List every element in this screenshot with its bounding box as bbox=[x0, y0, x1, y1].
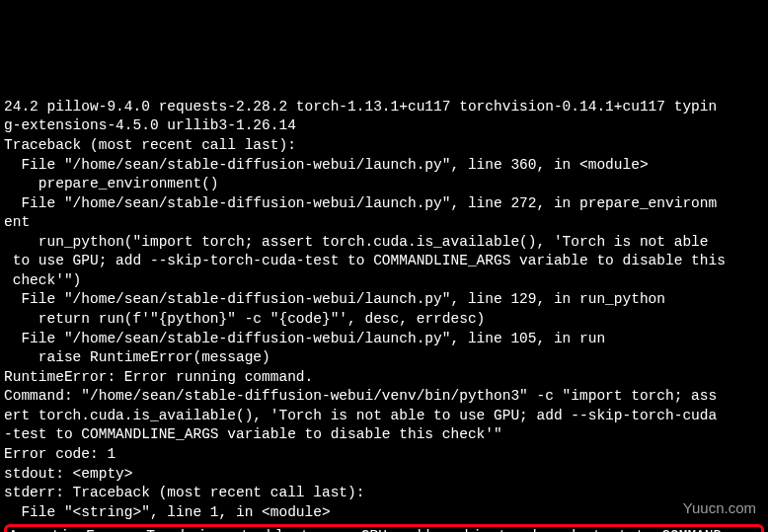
terminal-output[interactable]: 24.2 pillow-9.4.0 requests-2.28.2 torch-… bbox=[4, 78, 764, 532]
traceback-code: to use GPU; add --skip-torch-cuda-test t… bbox=[4, 253, 726, 268]
traceback-frame: File "/home/sean/stable-diffusion-webui/… bbox=[4, 291, 665, 307]
traceback-code: run_python("import torch; assert torch.c… bbox=[4, 234, 709, 250]
stdout-line: stdout: <empty> bbox=[4, 466, 133, 482]
package-list: 24.2 pillow-9.4.0 requests-2.28.2 torch-… bbox=[4, 99, 717, 114]
runtime-error: RuntimeError: Error running command. bbox=[4, 369, 313, 385]
watermark: Yuucn.com bbox=[683, 498, 756, 518]
assertion-error: AssertionError: Torch is not able to use… bbox=[9, 528, 722, 532]
traceback-code: check'") bbox=[4, 272, 81, 288]
traceback-frame: File "/home/sean/stable-diffusion-webui/… bbox=[4, 157, 649, 173]
traceback-header: Traceback (most recent call last): bbox=[4, 137, 296, 153]
traceback-code: return run(f'"{python}" -c "{code}"', de… bbox=[4, 311, 485, 327]
stderr-header: stderr: Traceback (most recent call last… bbox=[4, 485, 364, 500]
traceback-frame: File "/home/sean/stable-diffusion-webui/… bbox=[4, 331, 605, 346]
command-line: -test to COMMANDLINE_ARGS variable to di… bbox=[4, 426, 502, 442]
traceback-frame: File "/home/sean/stable-diffusion-webui/… bbox=[4, 195, 717, 211]
command-line: Command: "/home/sean/stable-diffusion-we… bbox=[4, 388, 717, 404]
traceback-code: raise RuntimeError(message) bbox=[4, 349, 270, 365]
traceback-code: prepare_environment() bbox=[4, 176, 219, 191]
command-line: ert torch.cuda.is_available(), 'Torch is… bbox=[4, 408, 717, 423]
error-highlight-box: AssertionError: Torch is not able to use… bbox=[4, 524, 764, 532]
traceback-frame: ent bbox=[4, 214, 30, 230]
error-code: Error code: 1 bbox=[4, 446, 115, 462]
package-list: g-extensions-4.5.0 urllib3-1.26.14 bbox=[4, 117, 296, 133]
stderr-frame: File "<string>", line 1, in <module> bbox=[4, 504, 331, 520]
